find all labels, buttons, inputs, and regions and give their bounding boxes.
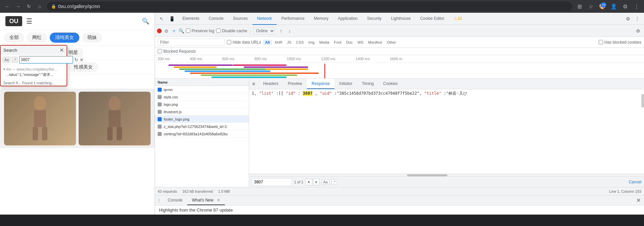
net-item-zstat[interactable]: z_stat.php?id=1275623474&web_id=1: (155, 123, 249, 130)
pill-mengmei[interactable]: 萌妹 (82, 33, 102, 43)
devtools-mobile-icon[interactable]: 📱 (168, 15, 176, 23)
image-card-2[interactable] (79, 92, 151, 145)
net-item-qcmn[interactable]: qcmn (155, 86, 249, 93)
filter-input[interactable] (158, 39, 225, 46)
tab-memory[interactable]: Memory (309, 13, 333, 25)
preserve-log-label[interactable]: Preserve log (186, 29, 214, 33)
preserve-log-checkbox[interactable] (186, 29, 190, 33)
blocked-requests-checkbox[interactable] (158, 49, 162, 53)
network-toolbar: ⊘ ▿ 🔍 Preserve log Disable cache Online … (155, 25, 644, 37)
download-icon[interactable]: ↓ (286, 27, 294, 35)
h-scrollbar[interactable] (249, 174, 644, 176)
type-btn-js[interactable]: JS (285, 40, 293, 45)
search-close-button[interactable]: ✕ (59, 47, 64, 53)
detail-tab-initiator[interactable]: Initiator (334, 79, 357, 89)
tab-warning[interactable]: ⚠ 10 (449, 13, 467, 25)
type-btn-manifest[interactable]: Manifest (366, 40, 384, 45)
tab-elements[interactable]: Elements (178, 13, 204, 25)
search-result-item[interactable]: ...tatus":1,"message":"请求... (3, 72, 64, 78)
find-regex-button[interactable]: .* (331, 179, 337, 185)
hamburger-icon[interactable]: ☰ (26, 17, 32, 25)
whatsnew-close-button[interactable]: ✕ (217, 198, 220, 202)
devtools-more-button[interactable]: ⋮ (633, 15, 641, 23)
tab-performance[interactable]: Performance (277, 13, 309, 25)
search-aa-button[interactable]: Aa (3, 57, 10, 63)
image-card-1[interactable] (4, 92, 76, 145)
bottom-bar-close-button[interactable]: ✕ (633, 195, 644, 205)
net-item-certimg[interactable]: certimg?id=832d83a141b4058a6e82bc (155, 130, 249, 138)
tab-lighthouse[interactable]: Lighthouse (386, 13, 415, 25)
type-btn-xhr[interactable]: XHR (273, 40, 284, 45)
type-btn-doc[interactable]: Doc (344, 40, 355, 45)
online-select[interactable]: Online (253, 27, 275, 35)
tab-cookie-editor[interactable]: Cookie Editor (415, 13, 449, 25)
blocked-requests-label[interactable]: Blocked Requests (158, 49, 196, 54)
tab-network[interactable]: Network (252, 13, 277, 25)
pill-wanghong[interactable]: 网红 (27, 33, 47, 43)
tab-sources[interactable]: Sources (228, 13, 252, 25)
devtools-pointer-icon[interactable]: ↖ (158, 15, 166, 23)
clear-button[interactable]: ⊘ (164, 28, 169, 34)
hide-data-urls-label[interactable]: Hide data URLs (227, 40, 261, 45)
net-item-style[interactable]: style.css (155, 93, 249, 101)
detail-tab-timing[interactable]: Timing (357, 79, 378, 89)
address-bar[interactable]: 🔒 0xu.cn/gallery/qcmn (47, 2, 572, 11)
type-btn-ws[interactable]: WS (355, 40, 365, 45)
filter-button[interactable]: ▿ (171, 28, 176, 34)
pill-quanbu[interactable]: 全部 (4, 33, 24, 43)
svg-rect-9 (174, 66, 217, 68)
menu-icon[interactable]: ⋮ (632, 2, 641, 11)
settings-icon[interactable]: ⚙ (620, 2, 630, 11)
site-search-icon[interactable]: 🔍 (142, 17, 149, 25)
h-scrollbar-thumb[interactable] (407, 174, 447, 176)
search-refresh-button[interactable]: ↻ (74, 57, 78, 62)
translate-icon[interactable]: ⊞ (575, 2, 584, 11)
back-button[interactable]: ← (3, 2, 12, 11)
pill-xinggan[interactable]: 性感美女 (69, 62, 98, 72)
find-next-button[interactable]: ∨ (313, 179, 320, 185)
devtools-settings-button[interactable]: ⚙ (624, 15, 632, 23)
bottom-tab-console[interactable]: Console (163, 195, 187, 205)
detail-tab-headers[interactable]: Headers (258, 79, 283, 89)
network-settings-button[interactable]: ⚙ (634, 27, 642, 35)
bookmark-icon[interactable]: ☆ (586, 2, 596, 11)
find-cancel-button[interactable]: Cancel (629, 180, 641, 184)
type-btn-font[interactable]: Font (332, 40, 344, 45)
refresh-button[interactable]: ↻ (24, 2, 34, 11)
search-button[interactable]: 🔍 (178, 28, 184, 34)
bottom-menu-icon[interactable]: ⋮ (155, 195, 163, 205)
find-aa-button[interactable]: Aa (322, 179, 329, 185)
hide-data-urls-checkbox[interactable] (227, 40, 231, 44)
net-item-itrust[interactable]: itrustcert.js (155, 108, 249, 116)
upload-icon[interactable]: ↑ (277, 27, 285, 35)
type-btn-all[interactable]: All (263, 40, 272, 45)
net-item-logo[interactable]: logo.png (155, 101, 249, 108)
find-input[interactable] (252, 178, 292, 186)
extensions-icon[interactable]: 🎨 10 (598, 2, 607, 11)
disable-cache-checkbox[interactable] (216, 29, 220, 33)
net-item-footer-logo[interactable]: footer_logo.png (155, 116, 249, 123)
detail-tab-response[interactable]: Response (307, 79, 334, 89)
find-prev-button[interactable]: ∧ (306, 179, 312, 185)
detail-close-x[interactable]: ✕ (249, 79, 258, 89)
search-input[interactable] (19, 56, 73, 63)
tab-console[interactable]: Console (204, 13, 228, 25)
search-clear-button[interactable]: ✕ (80, 57, 84, 62)
detail-tab-preview[interactable]: Preview (283, 79, 307, 89)
search-regex-button[interactable]: .* (12, 57, 17, 63)
has-blocked-checkbox[interactable] (599, 40, 603, 44)
detail-tab-cookies[interactable]: Cookies (378, 79, 402, 89)
home-button[interactable]: ⌂ (35, 2, 44, 11)
tab-security[interactable]: Security (362, 13, 386, 25)
type-btn-media[interactable]: Media (317, 40, 331, 45)
type-btn-css[interactable]: CSS (294, 40, 306, 45)
disable-cache-label[interactable]: Disable cache (216, 29, 247, 33)
pill-qingchun[interactable]: 清纯美女 (50, 33, 79, 43)
type-btn-img[interactable]: Img (306, 40, 316, 45)
forward-button[interactable]: → (13, 2, 23, 11)
type-btn-other[interactable]: Other (385, 40, 398, 45)
record-button[interactable] (157, 29, 162, 33)
bottom-tab-whatsnew[interactable]: What's New ✕ (187, 195, 225, 205)
profile-icon[interactable]: 👤 (609, 2, 618, 11)
tab-application[interactable]: Application (333, 13, 362, 25)
